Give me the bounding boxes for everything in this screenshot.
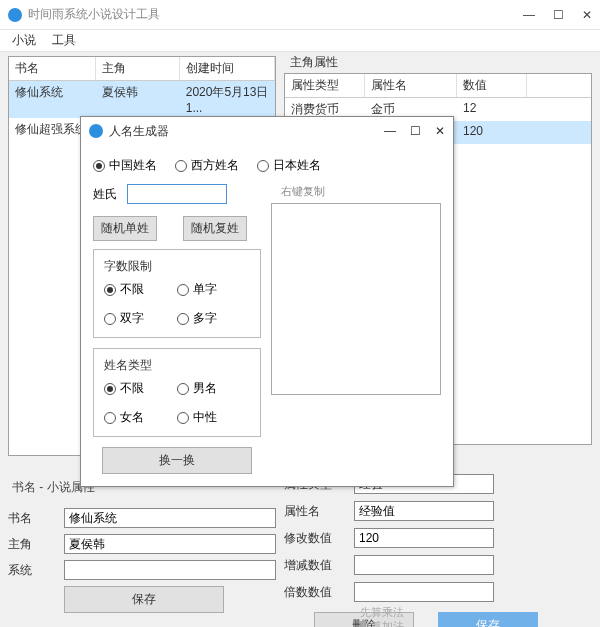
menubar: 小说 工具 [0, 30, 600, 52]
dialog-close-button[interactable]: ✕ [435, 124, 445, 138]
radio-cn-name[interactable]: 中国姓名 [93, 157, 157, 174]
radio-type-female[interactable]: 女名 [104, 409, 177, 426]
multiply-input[interactable] [354, 582, 494, 602]
radio-jp-name[interactable]: 日本姓名 [257, 157, 321, 174]
radio-chars-many[interactable]: 多字 [177, 310, 250, 327]
menu-novel[interactable]: 小说 [4, 30, 44, 51]
random-single-surname-button[interactable]: 随机单姓 [93, 216, 157, 241]
char-limit-label: 字数限制 [104, 258, 250, 275]
label-system: 系统 [8, 562, 64, 579]
random-compound-surname-button[interactable]: 随机复姓 [183, 216, 247, 241]
minimize-button[interactable]: — [523, 8, 535, 22]
window-titlebar: 时间雨系统小说设计工具 — ☐ ✕ [0, 0, 600, 30]
label-multiply: 倍数数值 [284, 584, 354, 601]
col-book-name[interactable]: 书名 [9, 57, 96, 80]
col-protagonist[interactable]: 主角 [96, 57, 179, 80]
save-attr-button[interactable]: 保存 [438, 612, 538, 627]
dialog-titlebar: 人名生成器 — ☐ ✕ [81, 117, 453, 145]
copy-hint: 右键复制 [271, 184, 441, 199]
col-created[interactable]: 创建时间 [180, 57, 275, 80]
label-add: 增减数值 [284, 557, 354, 574]
window-title: 时间雨系统小说设计工具 [28, 6, 523, 23]
dialog-maximize-button[interactable]: ☐ [410, 124, 421, 138]
label-modify: 修改数值 [284, 530, 354, 547]
name-generator-dialog: 人名生成器 — ☐ ✕ 中国姓名 西方姓名 日本姓名 姓氏 随机单姓 随机复姓 [80, 116, 454, 487]
label-attr-name: 属性名 [284, 503, 354, 520]
label-book-name: 书名 [8, 510, 64, 527]
col-attr-value[interactable]: 数值 [457, 74, 527, 97]
radio-chars-two[interactable]: 双字 [104, 310, 177, 327]
protagonist-input[interactable] [64, 534, 276, 554]
calc-hint: 先算乘法 再算加法 [360, 605, 404, 627]
char-limit-group: 字数限制 不限 单字 双字 多字 [93, 249, 261, 338]
radio-west-name[interactable]: 西方姓名 [175, 157, 239, 174]
radio-type-male[interactable]: 男名 [177, 380, 250, 397]
result-listbox[interactable] [271, 203, 441, 395]
generate-button[interactable]: 换一换 [102, 447, 252, 474]
menu-tools[interactable]: 工具 [44, 30, 84, 51]
surname-label: 姓氏 [93, 186, 117, 203]
table-row[interactable]: 修仙系统 夏侯韩 2020年5月13日 1... [9, 81, 275, 118]
dialog-title: 人名生成器 [109, 123, 384, 140]
book-name-input[interactable] [64, 508, 276, 528]
radio-chars-any[interactable]: 不限 [104, 281, 177, 298]
add-input[interactable] [354, 555, 494, 575]
attr-name-input[interactable] [354, 501, 494, 521]
modify-input[interactable] [354, 528, 494, 548]
radio-chars-one[interactable]: 单字 [177, 281, 250, 298]
maximize-button[interactable]: ☐ [553, 8, 564, 22]
app-icon [8, 8, 22, 22]
surname-input[interactable] [127, 184, 227, 204]
col-attr-type[interactable]: 属性类型 [285, 74, 365, 97]
save-button[interactable]: 保存 [64, 586, 224, 613]
system-input[interactable] [64, 560, 276, 580]
dialog-minimize-button[interactable]: — [384, 124, 396, 138]
radio-type-neutral[interactable]: 中性 [177, 409, 250, 426]
label-protagonist: 主角 [8, 536, 64, 553]
name-type-label: 姓名类型 [104, 357, 250, 374]
name-type-group: 姓名类型 不限 男名 女名 中性 [93, 348, 261, 437]
attr-group-label: 主角属性 [290, 54, 592, 71]
radio-type-any[interactable]: 不限 [104, 380, 177, 397]
dialog-icon [89, 124, 103, 138]
close-button[interactable]: ✕ [582, 8, 592, 22]
col-attr-name[interactable]: 属性名 [365, 74, 457, 97]
